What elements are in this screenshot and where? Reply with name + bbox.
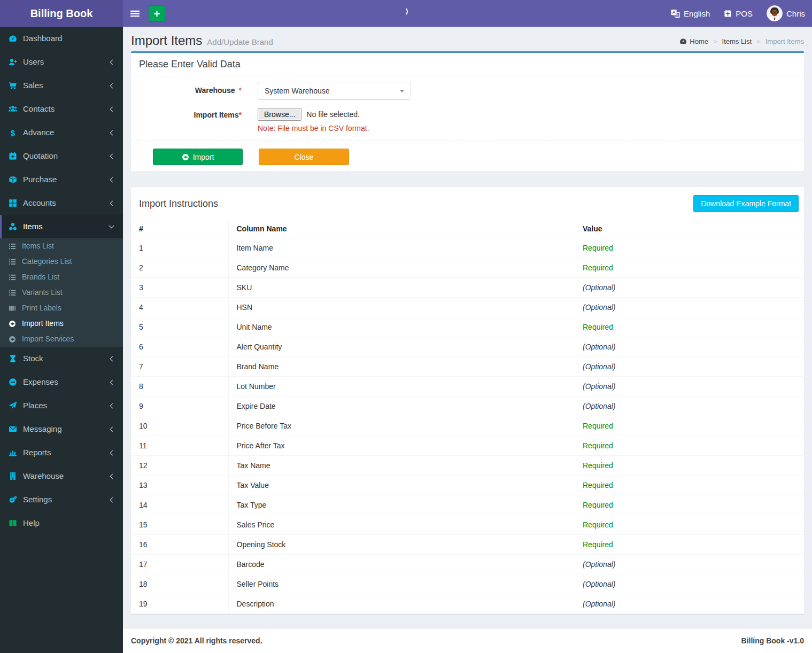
import-button[interactable]: Import [153, 149, 243, 165]
quick-add-button[interactable] [149, 5, 165, 22]
loading-spinner-icon [399, 7, 408, 16]
sidebar-item-reports[interactable]: Reports [0, 441, 123, 464]
language-menu[interactable]: Aa English [664, 0, 717, 27]
column-name-cell: Description [228, 594, 575, 614]
sidebar: DashboardUsersSalesContacts$AdvanceQuota… [0, 27, 123, 653]
sidebar-item-dashboard[interactable]: Dashboard [0, 27, 123, 50]
chevron-left-icon [108, 59, 115, 66]
browse-button[interactable]: Browse... [258, 108, 301, 121]
sidebar-subitem-import-items[interactable]: Import Items [0, 316, 123, 331]
sidebar-subitem-label: Import Services [22, 335, 74, 344]
breadcrumb-label: Items List [722, 37, 752, 45]
gears-icon [9, 495, 17, 504]
sidebar-subitem-categories-list[interactable]: Categories List [0, 254, 123, 269]
sidebar-item-accounts[interactable]: Accounts [0, 191, 123, 215]
column-header-name: Column Name [228, 220, 575, 238]
row-number-cell: 2 [131, 258, 228, 278]
import-icon [9, 320, 16, 328]
sidebar-item-warehouse[interactable]: Warehouse [0, 464, 123, 488]
column-name-cell: Tax Name [228, 456, 575, 476]
warehouse-row: Warehouse * System Warehouse [139, 82, 796, 100]
column-name-cell: Seller Points [228, 574, 575, 594]
chevron-left-icon [108, 449, 115, 456]
avatar [767, 5, 783, 21]
svg-text:$: $ [11, 128, 16, 137]
barcode-icon [9, 305, 16, 312]
sidebar-item-contacts[interactable]: Contacts [0, 97, 123, 121]
sidebar-item-advance[interactable]: $Advance [0, 121, 123, 144]
sidebar-item-label: Settings [23, 494, 52, 505]
instructions-table: # Column Name Value 1Item NameRequired2C… [131, 220, 804, 614]
table-row: 8Lot Number(Optional) [131, 377, 804, 397]
sidebar-subitem-label: Variants List [22, 288, 63, 297]
column-name-cell: Item Name [228, 238, 575, 258]
sidebar-item-places[interactable]: Places [0, 394, 123, 417]
list-icon [9, 258, 16, 266]
navbar-body: Aa English POS [123, 0, 812, 27]
navbar-right: Aa English POS [664, 0, 812, 27]
hamburger-icon [130, 9, 140, 18]
sidebar-item-purchase[interactable]: Purchase [0, 168, 123, 191]
sidebar-item-messaging[interactable]: Messaging [0, 417, 123, 441]
sidebar-item-items[interactable]: Items [0, 215, 123, 238]
value-cell: Required [575, 476, 804, 495]
column-name-cell: Tax Type [228, 495, 575, 515]
column-name-cell: Unit Name [228, 317, 575, 337]
row-number-cell: 9 [131, 397, 228, 416]
breadcrumb-item-items-list[interactable]: Items List [722, 37, 752, 45]
form-box-body: Warehouse * System Warehouse Import Item… [131, 76, 804, 172]
page-subtitle: Add/Update Brand [207, 37, 273, 46]
sidebar-item-label: Stock [23, 353, 43, 364]
sidebar-item-settings[interactable]: Settings [0, 488, 123, 511]
form-box-header: Please Enter Valid Data [131, 53, 804, 76]
table-row: 15Sales PriceRequired [131, 515, 804, 535]
sidebar-subitem-print-labels[interactable]: Print Labels [0, 300, 123, 316]
sidebar-item-sales[interactable]: Sales [0, 74, 123, 97]
sidebar-item-help[interactable]: Help [0, 511, 123, 535]
building-icon [9, 472, 17, 480]
user-menu[interactable]: Chris [760, 0, 812, 27]
close-button[interactable]: Close [259, 149, 349, 165]
sidebar-subitem-variants-list[interactable]: Variants List [0, 285, 123, 300]
sidebar-item-quotation[interactable]: Quotation [0, 144, 123, 168]
value-cell: Required [575, 436, 804, 456]
pos-label: POS [736, 9, 753, 18]
row-number-cell: 14 [131, 495, 228, 515]
download-example-button[interactable]: Download Example Format [693, 195, 799, 212]
sidebar-item-label: Help [23, 518, 40, 528]
sidebar-item-label: Accounts [23, 198, 56, 208]
row-number-cell: 10 [131, 416, 228, 436]
table-row: 12Tax NameRequired [131, 456, 804, 476]
sidebar-toggle-button[interactable] [123, 0, 147, 27]
table-row: 1Item NameRequired [131, 238, 804, 258]
warehouse-select[interactable]: System Warehouse [258, 82, 411, 100]
breadcrumb: Home>Items List>Import Items [679, 37, 804, 45]
file-input-group: Browse... No file selected. Note: File m… [258, 106, 369, 133]
send-icon [9, 401, 17, 410]
sidebar-item-users[interactable]: Users [0, 50, 123, 74]
value-cell: Required [575, 456, 804, 476]
sidebar-item-stock[interactable]: Stock [0, 347, 123, 370]
minus-circle-icon [9, 378, 17, 386]
warehouse-selected-value: System Warehouse [265, 87, 330, 95]
sidebar-item-expenses[interactable]: Expenses [0, 370, 123, 394]
breadcrumb-item-home[interactable]: Home [679, 37, 708, 45]
sidebar-subitem-import-services[interactable]: Import Services [0, 331, 123, 347]
sidebar-subitem-brands-list[interactable]: Brands List [0, 269, 123, 285]
form-buttons-row: Import Close [139, 149, 796, 168]
sidebar-subitem-items-list[interactable]: Items List [0, 238, 123, 254]
content-wrapper: Import Items Add/Update Brand Home>Items… [123, 27, 812, 653]
chevron-left-icon [108, 82, 115, 89]
table-row: 9Expire Date(Optional) [131, 397, 804, 416]
pos-button[interactable]: POS [717, 0, 760, 27]
brand-logo[interactable]: Billing Book [0, 0, 123, 27]
table-row: 5Unit NameRequired [131, 317, 804, 337]
chevron-down-icon [108, 223, 115, 230]
value-cell: Required [575, 416, 804, 436]
required-asterisk: * [239, 86, 242, 95]
import-items-label: Import Items* [139, 106, 258, 133]
cart-icon [9, 81, 17, 90]
table-row: 16Opening StockRequired [131, 535, 804, 555]
page-title: Import Items Add/Update Brand [131, 33, 273, 48]
table-row: 10Price Before TaxRequired [131, 416, 804, 436]
